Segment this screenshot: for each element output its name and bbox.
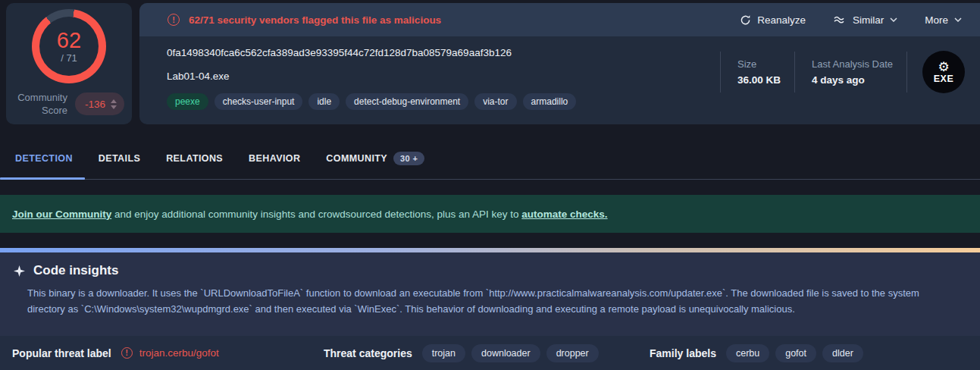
last-analysis-value: 4 days ago: [812, 74, 893, 86]
header-actions: Reanalyze Similar More: [740, 14, 962, 26]
threat-category-pill[interactable]: trojan: [422, 344, 465, 362]
popular-threat-label-col: Popular threat label ! trojan.cerbu/gofo…: [0, 347, 324, 359]
community-score-row: Community Score -136: [6, 91, 124, 117]
banner-text: and enjoy additional community insights …: [111, 209, 521, 220]
tab-behavior[interactable]: BEHAVIOR: [249, 153, 300, 164]
detection-gauge: 62 / 71: [32, 9, 106, 83]
size-value: 36.00 KB: [737, 74, 781, 86]
popular-threat-label: Popular threat label: [12, 347, 111, 359]
vote-down-icon[interactable]: [111, 105, 117, 109]
code-insights-section: Code insights This binary is a downloade…: [0, 252, 980, 336]
detection-gauge-center: 62 / 71: [39, 17, 99, 76]
code-insights-title: Code insights: [33, 263, 118, 278]
warning-circle-icon: !: [121, 347, 133, 359]
threat-category-pill[interactable]: downloader: [471, 344, 540, 362]
sparkle-icon: [14, 265, 25, 277]
family-label-pills: cerbu gofot dlder: [726, 344, 863, 362]
vote-stepper: [111, 99, 117, 109]
community-score-label: Community Score: [17, 91, 67, 117]
file-tag[interactable]: armadillo: [523, 93, 577, 110]
family-labels-label: Family labels: [650, 347, 716, 359]
family-labels-col: Family labels cerbu gofot dlder: [650, 344, 980, 362]
file-tag[interactable]: peexe: [167, 93, 208, 110]
family-label-pill[interactable]: dlder: [822, 344, 863, 362]
threat-category-pills: trojan downloader dropper: [422, 344, 599, 362]
chevron-down-icon: [954, 17, 962, 22]
vote-up-icon[interactable]: [111, 99, 117, 103]
join-community-banner: Join our Community and enjoy additional …: [0, 195, 980, 233]
alert-text: 62/71 security vendors flagged this file…: [189, 14, 441, 26]
tab-details[interactable]: DETAILS: [99, 153, 140, 164]
reanalyze-button[interactable]: Reanalyze: [740, 14, 806, 26]
chevron-down-icon: [890, 17, 897, 22]
gear-icon: ⚙: [938, 61, 949, 74]
reanalyze-icon: [740, 14, 751, 26]
malicious-alert-banner: ! 62/71 security vendors flagged this fi…: [139, 3, 980, 36]
last-analysis-label: Last Analysis Date: [812, 58, 893, 70]
file-size-col: Size 36.00 KB: [721, 49, 794, 96]
file-type-wrap: ⚙ EXE: [907, 49, 980, 96]
more-button[interactable]: More: [925, 14, 962, 26]
code-insights-body: This binary is a downloader. It uses the…: [27, 285, 947, 317]
file-type-label: EXE: [934, 74, 954, 84]
file-tags: peexe checks-user-input idle detect-debu…: [167, 93, 980, 110]
similar-icon: [833, 15, 847, 24]
detections-total: / 71: [61, 52, 77, 64]
community-score-value: -136: [85, 99, 105, 110]
file-meta-block: Size 36.00 KB Last Analysis Date 4 days …: [720, 49, 980, 96]
join-community-link[interactable]: Join our Community: [12, 209, 111, 220]
file-type-badge: ⚙ EXE: [922, 51, 965, 93]
popular-threat-value: trojan.cerbu/gofot: [139, 347, 219, 359]
active-tab-underline: [0, 177, 85, 180]
detections-count: 62: [57, 29, 81, 52]
file-tag[interactable]: checks-user-input: [214, 93, 303, 110]
code-insights-header: Code insights: [14, 263, 947, 278]
threat-summary-row: Popular threat label ! trojan.cerbu/gofo…: [0, 336, 980, 370]
similar-button[interactable]: Similar: [833, 14, 897, 26]
file-tag[interactable]: detect-debug-environment: [346, 93, 468, 110]
report-tabbar: DETECTION DETAILS RELATIONS BEHAVIOR COM…: [0, 124, 980, 180]
file-header-card: ! 62/71 security vendors flagged this fi…: [139, 3, 980, 124]
alert-circle-icon: !: [168, 14, 180, 26]
size-label: Size: [737, 58, 781, 70]
threat-categories-label: Threat categories: [324, 347, 412, 359]
tab-relations[interactable]: RELATIONS: [166, 153, 223, 164]
detection-score-card: 62 / 71 Community Score -136: [6, 3, 132, 124]
family-label-pill[interactable]: cerbu: [726, 344, 769, 362]
threat-category-pill[interactable]: dropper: [546, 344, 599, 362]
file-tag[interactable]: idle: [308, 93, 340, 110]
threat-categories-col: Threat categories trojan downloader drop…: [324, 344, 650, 362]
community-count-badge: 30 +: [393, 152, 424, 165]
file-tag[interactable]: via-tor: [474, 93, 516, 110]
tab-detection[interactable]: DETECTION: [15, 153, 73, 164]
last-analysis-col: Last Analysis Date 4 days ago: [795, 49, 906, 96]
automate-checks-link[interactable]: automate checks.: [521, 209, 607, 220]
community-score-pill[interactable]: -136: [75, 92, 124, 115]
tab-community[interactable]: COMMUNITY 30 +: [326, 152, 424, 165]
family-label-pill[interactable]: gofot: [775, 344, 816, 362]
virustotal-file-report: 62 / 71 Community Score -136 ! 62/71 sec…: [0, 0, 980, 370]
